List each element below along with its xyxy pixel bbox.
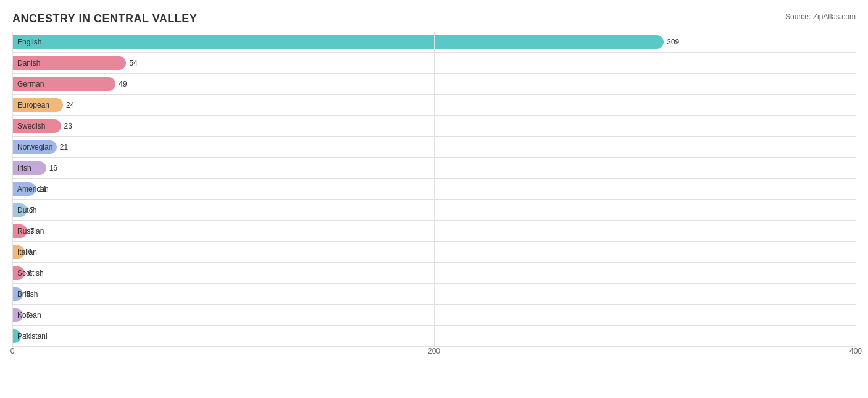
bar-label: Danish [17, 59, 40, 67]
bar-label: German [17, 80, 44, 88]
x-axis-tick: 200 [428, 347, 440, 355]
x-axis-tick: 0 [10, 347, 15, 355]
bar-value: 4 [24, 332, 28, 341]
bar-value: 11 [39, 185, 47, 193]
bar-value: 5 [26, 311, 30, 320]
bar-value: 6 [28, 269, 32, 277]
bar: Scottish [12, 266, 25, 280]
bar-label: European [17, 101, 49, 109]
chart-area: English309Danish54German49European24Swed… [12, 32, 856, 365]
grid-line [856, 32, 856, 347]
chart-header: ANCESTRY IN CENTRAL VALLEY Source: ZipAt… [12, 12, 856, 25]
bar-value: 49 [119, 80, 127, 88]
bar-value: 54 [129, 59, 137, 67]
bar: English [12, 35, 664, 49]
bar: Korean [12, 308, 23, 322]
bar: Irish [12, 161, 46, 175]
x-axis-tick: 400 [849, 347, 862, 355]
bar: German [12, 77, 115, 91]
bar: British [12, 287, 23, 301]
bar: Pakistani [12, 329, 21, 343]
chart-source: Source: ZipAtlas.com [785, 12, 856, 21]
bar: Danish [12, 56, 126, 70]
chart-container: ANCESTRY IN CENTRAL VALLEY Source: ZipAt… [0, 0, 868, 398]
bar-label: Norwegian [17, 143, 52, 151]
bar-value: 23 [64, 122, 72, 130]
bar: Swedish [12, 119, 61, 133]
bar-value: 7 [30, 227, 35, 235]
bar-value: 6 [28, 248, 32, 256]
bar-label: Italian [17, 248, 37, 256]
bar: Norwegian [12, 140, 57, 154]
bar-label: English [17, 38, 41, 46]
bar-label: Irish [17, 164, 31, 172]
bar-label: Swedish [17, 122, 45, 130]
x-axis: 0200400 [12, 347, 856, 365]
grid-line [434, 32, 435, 347]
bar-value: 16 [49, 164, 57, 172]
bar: Italian [12, 245, 25, 259]
grid-line [12, 32, 13, 347]
chart-title: ANCESTRY IN CENTRAL VALLEY [12, 12, 197, 25]
bar-label: Pakistani [17, 332, 48, 341]
bar-value: 5 [26, 290, 30, 298]
bar: Russian [12, 224, 27, 238]
bar-value: 21 [60, 143, 68, 151]
bar: Dutch [12, 203, 27, 217]
bar-value: 309 [667, 38, 679, 46]
bar: American [12, 182, 36, 196]
bar-value: 24 [66, 101, 74, 109]
bar-value: 7 [30, 206, 35, 214]
bar: European [12, 98, 63, 112]
bars-section: English309Danish54German49European24Swed… [12, 32, 856, 347]
